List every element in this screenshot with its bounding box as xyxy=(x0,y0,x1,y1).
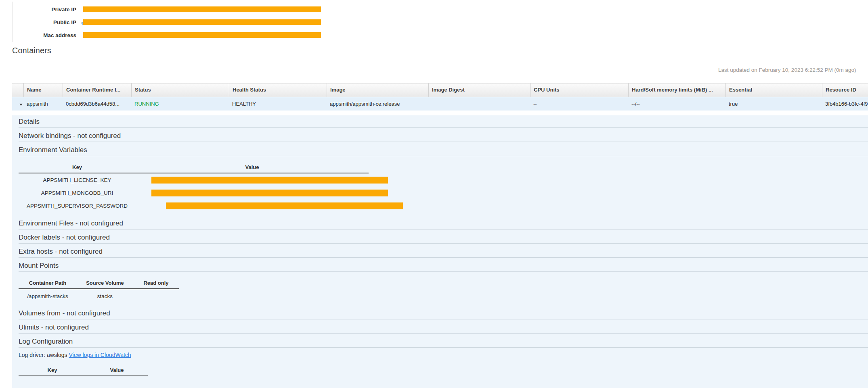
cell-image: appsmith/appsmith-ce:release xyxy=(327,101,428,107)
log-options-table-header: Key Value xyxy=(19,367,148,376)
env-value-header: Value xyxy=(136,164,369,170)
log-driver-text: Log driver: awslogs xyxy=(19,352,67,358)
column-header-runtime-id: Container Runtime I... xyxy=(63,83,131,97)
column-header-image: Image xyxy=(327,83,428,97)
source-volume-header: Source Volume xyxy=(77,280,133,286)
column-header-essential: Essential xyxy=(725,83,822,97)
field-public-ip: Public IP 4 xyxy=(13,16,376,29)
field-mac-address: Mac address xyxy=(13,29,376,42)
instance-attributes: Private IP Public IP 4 Mac address xyxy=(12,2,376,42)
log-options-key-header: Key xyxy=(19,367,86,373)
containers-table: Name Container Runtime I... Status Healt… xyxy=(12,83,868,111)
redacted-value-bar xyxy=(83,19,321,25)
docker-labels-heading: Docker labels - not configured xyxy=(19,234,868,244)
log-options-table: Key Value xyxy=(19,367,148,376)
private-ip-label: Private IP xyxy=(13,6,76,13)
env-var-key: APPSMITH_LICENSE_KEY xyxy=(19,177,136,183)
redaction-leak-text: 4 xyxy=(81,21,83,26)
cell-cpu-units: -- xyxy=(530,101,628,107)
cell-essential: true xyxy=(725,101,822,107)
column-header-health-status: Health Status xyxy=(229,83,327,97)
environment-files-heading: Environment Files - not configured xyxy=(19,219,868,229)
env-var-row: APPSMITH_SUPERVISOR_PASSWORD xyxy=(19,199,369,212)
env-var-key: APPSMITH_MONGODB_URI xyxy=(19,190,136,196)
env-var-key: APPSMITH_SUPERVISOR_PASSWORD xyxy=(19,203,136,209)
expand-column-header xyxy=(12,83,23,97)
cell-memory-limits: --/-- xyxy=(628,101,725,107)
mount-point-row: /appsmith-stacks stacks xyxy=(19,290,179,302)
read-only-header: Read only xyxy=(133,280,179,286)
redacted-value-bar xyxy=(83,32,321,38)
view-logs-cloudwatch-link[interactable]: View logs in CloudWatch xyxy=(69,352,131,358)
cell-resource-id: 3fb4b166-b3fc-4f9 xyxy=(822,101,868,107)
container-details-panel: Details Network bindings - not configure… xyxy=(12,115,868,388)
cell-name: appsmith xyxy=(23,101,63,107)
redacted-value-bar xyxy=(151,177,388,184)
container-path-header: Container Path xyxy=(19,280,77,286)
collapse-row-icon[interactable] xyxy=(19,104,23,106)
containers-table-header: Name Container Runtime I... Status Healt… xyxy=(12,83,868,97)
env-key-header: Key xyxy=(19,164,136,170)
environment-variables-table-header: Key Value xyxy=(19,164,369,173)
containers-section-title: Containers xyxy=(12,46,51,55)
log-driver-line: Log driver: awslogs View logs in CloudWa… xyxy=(19,352,868,358)
network-bindings-heading: Network bindings - not configured xyxy=(19,132,868,142)
mount-points-heading: Mount Points xyxy=(19,262,868,272)
log-options-value-header: Value xyxy=(86,367,148,373)
mount-source-volume: stacks xyxy=(77,293,133,299)
column-header-image-digest: Image Digest xyxy=(428,83,530,97)
volumes-from-heading: Volumes from - not configured xyxy=(19,309,868,319)
environment-variables-table: Key Value APPSMITH_LICENSE_KEY APPSMITH_… xyxy=(19,164,369,212)
environment-variables-heading: Environment Variables xyxy=(19,146,868,156)
details-heading: Details xyxy=(19,118,868,128)
mac-address-label: Mac address xyxy=(13,32,76,38)
column-header-name: Name xyxy=(23,83,63,97)
last-updated-text: Last updated on February 10, 2023 6:22:5… xyxy=(718,67,856,73)
env-var-row: APPSMITH_LICENSE_KEY xyxy=(19,173,369,186)
redacted-value-bar xyxy=(151,190,388,196)
mount-points-table: Container Path Source Volume Read only /… xyxy=(19,280,179,302)
column-header-status: Status xyxy=(131,83,229,97)
column-header-resource-id: Resource ID xyxy=(822,83,868,97)
redacted-value-bar xyxy=(83,6,321,12)
env-var-row: APPSMITH_MONGODB_URI xyxy=(19,186,369,199)
cell-health-status: HEALTHY xyxy=(229,101,327,107)
cell-status: RUNNING xyxy=(131,101,229,107)
redacted-value-bar xyxy=(166,202,403,209)
expand-cell[interactable] xyxy=(12,101,23,107)
public-ip-label: Public IP xyxy=(13,19,76,25)
log-configuration-heading: Log Configuration xyxy=(19,338,868,348)
section-divider xyxy=(12,61,868,61)
ulimits-heading: Ulimits - not configured xyxy=(19,323,868,334)
cell-runtime-id: 0cbdd69d3b6a44d58... xyxy=(63,101,131,107)
column-header-cpu-units: CPU Units xyxy=(530,83,628,97)
column-header-memory-limits: Hard/Soft memory limits (MiB) ... xyxy=(628,83,725,97)
mount-container-path: /appsmith-stacks xyxy=(19,293,77,299)
extra-hosts-heading: Extra hosts - not configured xyxy=(19,248,868,258)
field-private-ip: Private IP xyxy=(13,3,376,16)
mount-points-table-header: Container Path Source Volume Read only xyxy=(19,280,179,289)
container-row-appsmith[interactable]: appsmith 0cbdd69d3b6a44d58... RUNNING HE… xyxy=(12,97,868,111)
